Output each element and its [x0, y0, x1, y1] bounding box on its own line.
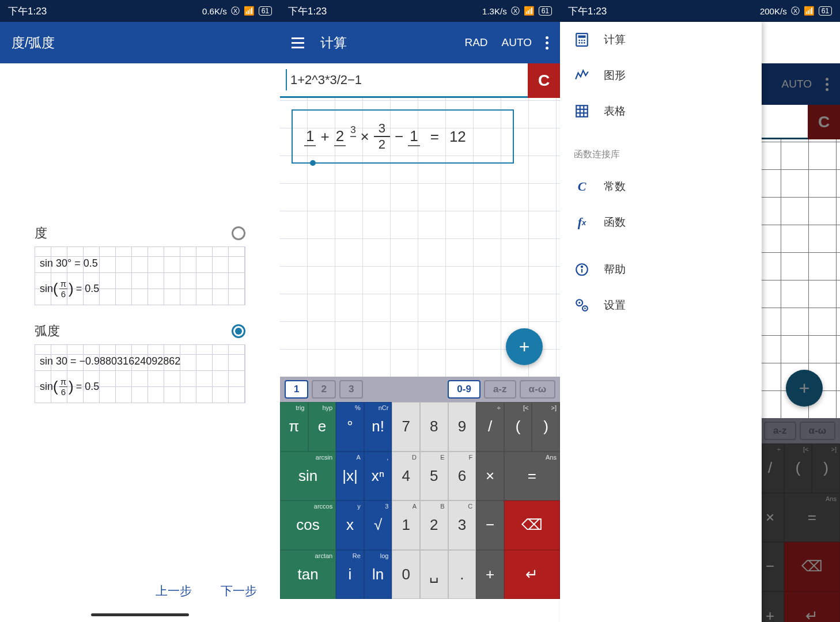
status-time: 下午1:23	[288, 5, 327, 18]
key-sym: >])	[812, 443, 840, 493]
prev-button[interactable]: 上一步	[156, 583, 192, 599]
key-sym[interactable]: ÷/	[476, 402, 504, 452]
auto-mode-button[interactable]: AUTO	[502, 36, 532, 49]
key-x[interactable]: A|x|	[336, 452, 364, 501]
drawer-item-graph[interactable]: 图形	[560, 58, 762, 93]
overflow-menu-icon[interactable]	[546, 36, 548, 50]
overflow-menu-icon	[826, 78, 828, 91]
menu-icon[interactable]	[292, 37, 304, 48]
status-speed: 1.3K/s	[482, 6, 507, 16]
key-6[interactable]: F6	[448, 452, 476, 501]
radian-label: 弧度	[35, 323, 60, 340]
key-tan[interactable]: arctantan	[280, 550, 336, 600]
key-sym[interactable]: ↵	[504, 550, 560, 600]
degree-radio[interactable]	[232, 226, 245, 240]
add-fab-button: +	[786, 370, 823, 407]
rad-row-2: sin ( π6 ) = 0.5	[40, 374, 240, 399]
status-speed: 0.6K/s	[202, 6, 227, 16]
key-sym[interactable]: [<(	[504, 402, 532, 452]
kbd-mode-alpha[interactable]: a-z	[484, 380, 516, 399]
close-icon: ⓧ	[791, 6, 800, 17]
key-sym[interactable]: +	[476, 550, 504, 600]
key-5[interactable]: E5	[420, 452, 448, 501]
key-sym[interactable]: trigπ	[280, 402, 308, 452]
key-sym[interactable]: %°	[336, 402, 364, 452]
cursor-handle-icon[interactable]	[310, 160, 316, 166]
key-9[interactable]: 9	[448, 402, 476, 452]
key-sym[interactable]: .	[448, 550, 476, 600]
table-icon	[574, 103, 590, 119]
status-time: 下午1:23	[568, 5, 607, 18]
next-button[interactable]: 下一步	[221, 583, 257, 599]
key-cos[interactable]: arccoscos	[280, 500, 336, 550]
key-n[interactable]: nCrn!	[364, 402, 392, 452]
key-sym[interactable]: −	[476, 500, 504, 550]
auto-mode-button: AUTO	[782, 78, 812, 90]
drawer-item-const[interactable]: C 常数	[560, 169, 762, 204]
calculator-icon	[574, 32, 590, 48]
clear-button[interactable]: C	[528, 63, 560, 98]
close-icon: ⓧ	[231, 6, 240, 17]
key-4[interactable]: D4	[392, 452, 420, 501]
key-sym[interactable]: 3√	[364, 500, 392, 550]
battery-icon: 61	[259, 6, 272, 16]
key-7[interactable]: 7	[392, 402, 420, 452]
expression-input[interactable]: 1+2^3*3/2−1	[280, 63, 528, 98]
key-ln[interactable]: logln	[364, 550, 392, 600]
key-3[interactable]: C3	[448, 500, 476, 550]
radian-example-box: sin 30 = −0.988031624092862 sin ( π6 ) =…	[35, 344, 245, 403]
deg-row-1: sin 30° = 0.5	[40, 251, 240, 276]
home-indicator[interactable]	[91, 613, 189, 616]
svg-point-6	[581, 42, 583, 44]
gear-icon	[574, 297, 590, 313]
kbd-mode-alpha: a-z	[764, 422, 796, 440]
key-2[interactable]: B2	[420, 500, 448, 550]
calculation-canvas[interactable]: 1+23× 32 −1=12 +	[280, 98, 560, 377]
equation-display[interactable]: 1+23× 32 −1=12	[292, 109, 514, 164]
keyboard: 1 2 3 0-9 a-z α-ω trigπhype%°nCrn!789÷/[…	[280, 377, 560, 599]
key-sym[interactable]: ⌫	[504, 500, 560, 550]
svg-rect-8	[576, 105, 588, 117]
key-8[interactable]: 8	[420, 402, 448, 452]
kbd-mode-greek[interactable]: α-ω	[520, 380, 555, 399]
key-e[interactable]: hype	[308, 402, 336, 452]
kbd-mode-greek: α-ω	[800, 422, 835, 440]
key-sym[interactable]: ×	[476, 452, 504, 501]
radian-radio[interactable]	[232, 324, 245, 338]
key-x[interactable]: ,xⁿ	[364, 452, 392, 501]
drawer-item-settings[interactable]: 设置	[560, 287, 762, 323]
wifi-icon: 📶	[524, 6, 535, 16]
key-sym[interactable]: Ans=	[504, 452, 560, 501]
status-bar: 下午1:23 0.6K/s ⓧ 📶 61	[0, 0, 280, 22]
kbd-tab-1[interactable]: 1	[285, 380, 308, 399]
key-sin[interactable]: arcsinsin	[280, 452, 336, 501]
rad-mode-button[interactable]: RAD	[464, 36, 487, 49]
drawer-item-help[interactable]: 帮助	[560, 252, 762, 287]
key-sym[interactable]: ␣	[420, 550, 448, 600]
svg-point-19	[584, 308, 586, 309]
drawer-item-table[interactable]: 表格	[560, 93, 762, 129]
rad-row-1: sin 30 = −0.988031624092862	[40, 348, 240, 374]
kbd-tab-2[interactable]: 2	[312, 380, 335, 399]
kbd-tab-3[interactable]: 3	[339, 380, 363, 399]
status-speed: 200K/s	[760, 6, 787, 16]
key-0[interactable]: 0	[392, 550, 420, 600]
status-bar: 下午1:23 200K/s ⓧ 📶 61	[560, 0, 840, 22]
drawer-item-func[interactable]: fx 函数	[560, 204, 762, 240]
svg-point-2	[578, 40, 580, 41]
add-fab-button[interactable]: +	[506, 328, 543, 365]
home-indicator[interactable]	[371, 613, 469, 616]
drawer-item-calc[interactable]: 计算	[560, 22, 762, 58]
battery-icon: 61	[539, 6, 552, 16]
key-i[interactable]: Rei	[336, 550, 364, 600]
svg-point-15	[581, 266, 582, 267]
key-x[interactable]: yx	[336, 500, 364, 550]
status-time: 下午1:23	[8, 5, 47, 18]
svg-point-4	[584, 40, 585, 41]
svg-point-17	[578, 302, 580, 304]
key-sym[interactable]: >])	[532, 402, 560, 452]
key-1[interactable]: A1	[392, 500, 420, 550]
svg-rect-1	[578, 35, 586, 37]
degree-example-box: sin 30° = 0.5 sin ( π6 ) = 0.5	[35, 246, 245, 305]
kbd-mode-num[interactable]: 0-9	[448, 380, 480, 399]
